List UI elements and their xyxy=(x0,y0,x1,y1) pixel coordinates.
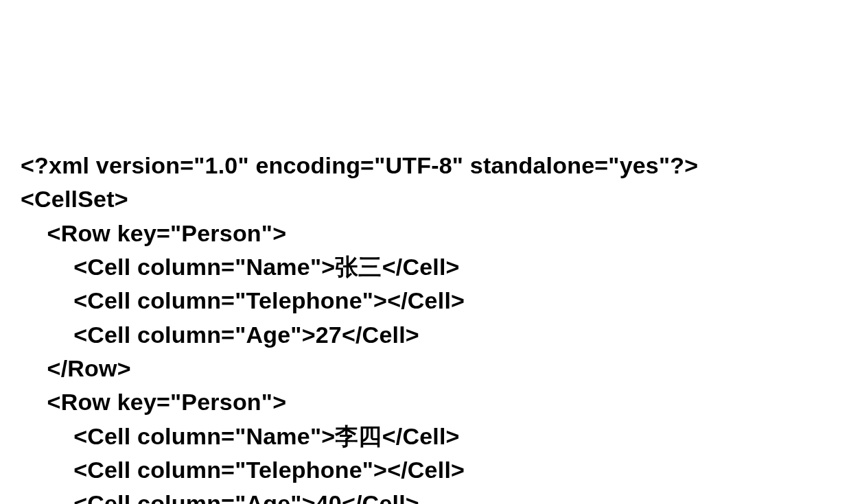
row-open: <Row key="Person"> xyxy=(47,220,287,246)
xml-declaration: <?xml version="1.0" encoding="UTF-8" sta… xyxy=(21,152,698,178)
row-open: <Row key="Person"> xyxy=(47,389,287,415)
row-close: </Row> xyxy=(47,355,131,381)
cellset-open: <CellSet> xyxy=(21,186,128,212)
cell-line: <Cell column="Name">李四</Cell> xyxy=(73,423,459,449)
cell-line: <Cell column="Age">40</Cell> xyxy=(73,490,419,504)
cell-line: <Cell column="Age">27</Cell> xyxy=(73,322,419,348)
cell-line: <Cell column="Telephone"></Cell> xyxy=(73,287,465,313)
xml-code-block: <?xml version="1.0" encoding="UTF-8" sta… xyxy=(21,149,830,504)
cell-line: <Cell column="Telephone"></Cell> xyxy=(73,457,465,483)
cell-line: <Cell column="Name">张三</Cell> xyxy=(73,254,459,280)
